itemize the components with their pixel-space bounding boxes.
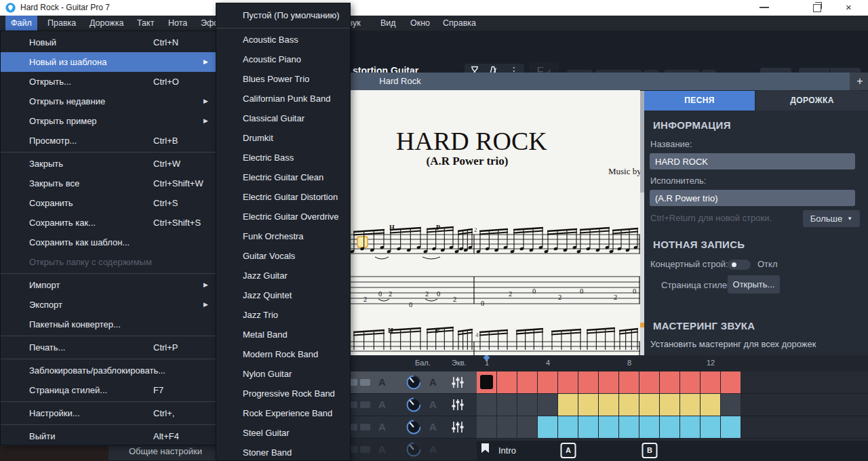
template-item[interactable]: Guitar Vocals [216, 246, 350, 266]
mixer-cell[interactable] [721, 416, 741, 439]
artist-input[interactable] [650, 190, 855, 206]
file-menu-item[interactable]: Экспорт▶ [1, 295, 216, 315]
template-item[interactable]: Electric Guitar Overdrive [216, 207, 350, 226]
track-button[interactable] [360, 424, 370, 430]
template-item[interactable]: Steel Guitar [216, 423, 350, 443]
section-marker[interactable]: B [642, 443, 658, 458]
mixer-cell[interactable] [721, 372, 741, 394]
file-menu-item[interactable]: Страница стилей...F7 [1, 380, 216, 400]
mixer-cell[interactable] [578, 394, 599, 416]
balance-knob[interactable] [406, 441, 422, 458]
eq-icon[interactable] [451, 376, 465, 388]
track-button[interactable] [360, 379, 370, 386]
mixer-cell[interactable] [680, 416, 701, 439]
marker-label[interactable]: Intro [498, 445, 516, 456]
template-item[interactable]: Rock Experience Band [216, 403, 350, 423]
menubar-item-7[interactable]: Вид [375, 16, 401, 31]
mixer-cell[interactable] [497, 416, 517, 439]
eq-icon[interactable] [451, 399, 465, 411]
mixer-cell[interactable] [701, 372, 721, 394]
file-menu-item[interactable]: НовыйCtrl+N [1, 33, 216, 52]
balance-knob[interactable] [406, 397, 422, 413]
mixer-cell[interactable] [619, 416, 639, 439]
menubar-item-4[interactable]: Нота [163, 16, 193, 31]
template-item[interactable]: Californian Punk Band [216, 89, 350, 108]
mixer-cell[interactable] [701, 394, 721, 416]
mixer-cell[interactable] [477, 394, 497, 416]
mixer-cell[interactable] [660, 372, 680, 394]
file-menu-item[interactable]: Импорт▶ [1, 275, 216, 295]
mixer-cell[interactable] [619, 372, 639, 394]
concert-pitch-toggle[interactable] [728, 260, 751, 270]
mixer-cell[interactable] [477, 372, 497, 394]
mixer-cell[interactable] [538, 394, 558, 416]
template-item[interactable]: Jazz Guitar [216, 266, 350, 285]
file-menu-item[interactable]: ВыйтиAlt+F4 [1, 426, 216, 446]
file-menu-item[interactable]: Печать...Ctrl+P [1, 338, 216, 357]
file-menu-item[interactable]: Просмотр...Ctrl+B [1, 131, 216, 151]
file-menu-item[interactable]: Открыть недавние▶ [1, 92, 216, 111]
file-menu-item[interactable]: Открыть пример▶ [1, 111, 216, 131]
menubar-item-9[interactable]: Справка [437, 16, 481, 31]
template-item[interactable]: Jazz Quintet [216, 285, 350, 305]
template-item[interactable]: Stoner Band [216, 443, 350, 461]
mixer-cell[interactable] [558, 372, 578, 394]
mixer-cell[interactable] [517, 372, 538, 394]
template-item[interactable]: Funk Orchestra [216, 226, 350, 246]
mixer-cell[interactable] [558, 416, 578, 439]
file-menu-item[interactable]: Закрыть всеCtrl+Shift+W [1, 174, 216, 193]
mixer-cell[interactable] [599, 416, 619, 439]
file-menu-item[interactable]: Пакетный конвертер... [1, 315, 216, 334]
name-input[interactable] [650, 153, 855, 169]
mixer-cell[interactable] [578, 372, 599, 394]
mixer-cell[interactable] [639, 416, 660, 439]
mixer-cell[interactable] [558, 394, 578, 416]
file-menu-item[interactable]: ЗакрытьCtrl+W [1, 154, 216, 174]
mixer-cell[interactable] [578, 416, 599, 439]
template-item[interactable]: Acoustic Piano [216, 49, 350, 69]
restore-button[interactable] [813, 4, 821, 12]
menubar-item-3[interactable]: Такт [132, 16, 159, 31]
file-menu-item[interactable]: Новый из шаблона▶ [1, 52, 216, 72]
open-stylesheet-button[interactable]: Открыть... [728, 275, 780, 294]
file-menu-item[interactable]: Открыть...Ctrl+O [1, 72, 216, 92]
template-item[interactable]: Electric Bass [216, 148, 350, 167]
menubar-item-8[interactable]: Окно [405, 16, 435, 31]
menubar-item-2[interactable]: Дорожка [84, 16, 129, 31]
eq-icon[interactable] [451, 421, 465, 433]
file-menu-item[interactable]: Настройки...Ctrl+, [1, 403, 216, 423]
balance-knob[interactable] [406, 419, 422, 435]
new-tab-button[interactable]: + [852, 73, 868, 90]
template-item[interactable]: Blues Power Trio [216, 69, 350, 89]
file-menu-item[interactable]: Сохранить как шаблон... [1, 233, 216, 252]
template-item[interactable]: Nylon Guitar [216, 364, 350, 384]
template-item[interactable]: Пустой (По умолчанию) [216, 5, 350, 26]
minimize-button[interactable] [760, 7, 769, 8]
mixer-cell[interactable] [619, 394, 639, 416]
tab-song[interactable]: ПЕСНЯ [644, 91, 755, 111]
mixer-cell[interactable] [639, 372, 660, 394]
section-marker[interactable]: A [561, 443, 576, 458]
mixer-cell[interactable] [701, 416, 721, 439]
mixer-cell[interactable] [660, 394, 680, 416]
template-item[interactable]: Classical Guitar [216, 108, 350, 128]
mixer-cell[interactable] [639, 394, 660, 416]
mixer-cell[interactable] [599, 372, 619, 394]
mixer-cell[interactable] [680, 372, 701, 394]
mixer-cell[interactable] [517, 416, 538, 439]
tab-track[interactable]: ДОРОЖКА [756, 91, 868, 111]
template-item[interactable]: Modern Rock Band [216, 344, 350, 364]
balance-knob[interactable] [406, 374, 422, 390]
mixer-cell[interactable] [599, 394, 619, 416]
file-menu-item[interactable]: СохранитьCtrl+S [1, 193, 216, 213]
track-button[interactable] [360, 446, 370, 453]
more-button[interactable]: Больше ▼ [803, 210, 860, 227]
template-item[interactable]: Progressive Rock Band [216, 384, 350, 403]
track-button[interactable] [360, 401, 370, 408]
mixer-cell[interactable] [538, 372, 558, 394]
mixer-cell[interactable] [517, 394, 538, 416]
mixer-cell[interactable] [721, 394, 741, 416]
mastering-text[interactable]: Установить мастеринг для всех дорожек [650, 339, 816, 349]
template-item[interactable]: Acoustic Bass [216, 30, 350, 49]
mixer-cell[interactable] [477, 416, 497, 439]
